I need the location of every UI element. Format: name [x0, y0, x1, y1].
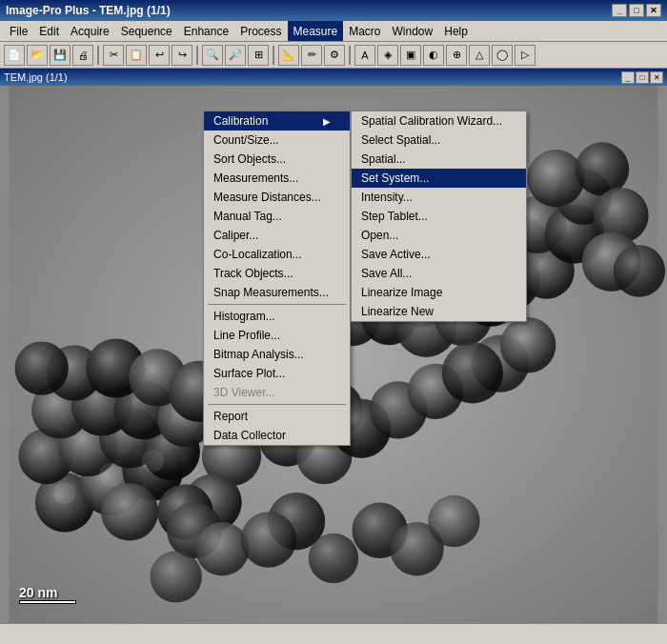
svg-point-59 [195, 522, 249, 575]
menu-acquire[interactable]: Acquire [65, 21, 115, 41]
toolbar-settings[interactable]: ⚙ [324, 45, 345, 66]
maximize-button[interactable]: □ [629, 4, 644, 17]
svg-point-74 [304, 306, 326, 328]
menu-enhance[interactable]: Enhance [178, 21, 234, 41]
scale-bar-line [19, 600, 76, 604]
menu-sequence[interactable]: Sequence [115, 21, 178, 41]
menu-bar: File Edit Acquire Sequence Enhance Proce… [0, 21, 667, 42]
svg-point-48 [614, 245, 665, 296]
iw-close-button[interactable]: ✕ [650, 71, 663, 84]
svg-point-57 [442, 342, 503, 403]
toolbar-extra-8[interactable]: ▷ [515, 45, 536, 66]
menu-measure[interactable]: Measure [288, 21, 344, 41]
toolbar-extra-3[interactable]: ▣ [400, 45, 421, 66]
svg-point-66 [309, 533, 359, 584]
image-window-title-bar: TEM.jpg (1/1) _ □ ✕ [0, 69, 667, 86]
scale-bar-label: 20 nm [19, 585, 57, 600]
iw-maximize-button[interactable]: □ [636, 71, 649, 84]
image-window-title-text: TEM.jpg (1/1) [4, 71, 68, 83]
toolbar-fit[interactable]: ⊞ [248, 45, 269, 66]
content-area: TEM.jpg (1/1) _ □ ✕ [0, 69, 667, 623]
svg-point-67 [150, 551, 201, 602]
menu-help[interactable]: Help [438, 21, 474, 41]
toolbar-extra-2[interactable]: ◈ [377, 45, 398, 66]
tem-image-canvas: 20 nm [0, 86, 667, 623]
toolbar-annotate[interactable]: ✏ [301, 45, 322, 66]
scale-bar: 20 nm [19, 585, 76, 604]
svg-point-44 [527, 150, 584, 207]
toolbar-extra-6[interactable]: △ [469, 45, 490, 66]
toolbar-extra-5[interactable]: ⊕ [446, 45, 467, 66]
toolbar-zoom-in[interactable]: 🔍 [202, 45, 223, 66]
toolbar-zoom-out[interactable]: 🔎 [225, 45, 246, 66]
svg-point-76 [499, 266, 519, 286]
app-title: Image-Pro Plus - TEM.jpg (1/1) [6, 4, 171, 17]
svg-point-62 [101, 483, 158, 540]
svg-point-68 [278, 206, 334, 261]
close-button[interactable]: ✕ [646, 4, 661, 17]
toolbar-print[interactable]: 🖨 [72, 45, 93, 66]
svg-point-73 [142, 450, 164, 472]
title-bar: Image-Pro Plus - TEM.jpg (1/1) _ □ ✕ [0, 0, 667, 21]
tem-svg [0, 86, 667, 623]
svg-point-75 [387, 255, 409, 277]
toolbar-extra-4[interactable]: ◐ [423, 45, 444, 66]
image-window-title-buttons: _ □ ✕ [621, 71, 663, 84]
svg-point-71 [53, 482, 75, 504]
toolbar-separator-3 [273, 46, 274, 65]
svg-point-72 [99, 463, 123, 487]
menu-process[interactable]: Process [234, 21, 287, 41]
menu-window[interactable]: Window [387, 21, 439, 41]
toolbar-separator-2 [196, 46, 198, 65]
toolbar-copy[interactable]: 📋 [126, 45, 147, 66]
svg-point-17 [14, 341, 68, 394]
toolbar-measure[interactable]: 📐 [278, 45, 299, 66]
svg-point-65 [428, 495, 479, 547]
toolbar-cut[interactable]: ✂ [103, 45, 124, 66]
iw-minimize-button[interactable]: _ [621, 71, 635, 84]
title-bar-buttons: _ □ ✕ [612, 4, 661, 17]
toolbar-separator-1 [97, 46, 99, 65]
toolbar-new[interactable]: 📄 [4, 45, 25, 66]
toolbar-extra-1[interactable]: A [354, 45, 375, 66]
toolbar-redo[interactable]: ↪ [172, 45, 192, 66]
menu-macro[interactable]: Macro [343, 21, 386, 41]
menu-edit[interactable]: Edit [33, 21, 65, 41]
minimize-button[interactable]: _ [612, 4, 627, 17]
svg-point-70 [203, 224, 260, 281]
toolbar-open[interactable]: 📂 [27, 45, 48, 66]
toolbar-extra-7[interactable]: ◯ [492, 45, 513, 66]
toolbar: 📄 📂 💾 🖨 ✂ 📋 ↩ ↪ 🔍 🔎 ⊞ 📐 ✏ ⚙ A ◈ ▣ ◐ ⊕ △ … [0, 42, 667, 69]
image-window: TEM.jpg (1/1) _ □ ✕ [0, 69, 667, 623]
toolbar-save[interactable]: 💾 [50, 45, 71, 66]
menu-file[interactable]: File [4, 21, 33, 41]
toolbar-separator-4 [349, 46, 351, 65]
toolbar-undo[interactable]: ↩ [149, 45, 170, 66]
status-bar [0, 623, 667, 644]
svg-point-50 [500, 317, 556, 372]
svg-point-61 [241, 512, 296, 567]
